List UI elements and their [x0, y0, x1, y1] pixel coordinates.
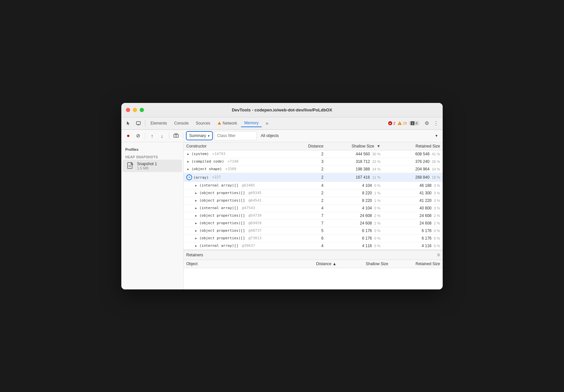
snapshot1-size: 1.5 MB [137, 166, 157, 170]
tab-network-label: Network [223, 121, 237, 126]
constructor-header[interactable]: Constructor [184, 142, 300, 150]
expand-button[interactable]: ▶ [194, 184, 198, 187]
retainers-menu-icon[interactable]: ≡ [437, 252, 440, 258]
expand-button[interactable]: ▶ [194, 236, 198, 240]
constructor-cell: ▶(internal array)[] @63485 [184, 182, 300, 189]
retained-size-cell: 24 608 2 % [383, 219, 443, 227]
expand-button[interactable]: ▶ [186, 160, 190, 164]
distance-cell: 2 [300, 173, 326, 182]
class-filter-input[interactable] [214, 131, 257, 140]
retained-size-cell: 268 840 18 % [383, 173, 443, 182]
retainers-table-header: Object Distance ▲ Shallow Size Retained … [184, 260, 443, 268]
shallow-size-cell: 8 220 1 % [326, 197, 383, 204]
sidebar-item-snapshot1[interactable]: Snapshot 1 1.5 MB [123, 160, 182, 172]
tab-elements[interactable]: Elements [147, 120, 170, 127]
table-row[interactable]: ▶(object properties)[] @54739724 608 2 %… [184, 212, 443, 219]
table-row[interactable]: ▶(system) ×147932444 560 30 %608 548 41 … [184, 150, 443, 158]
upload-button[interactable]: ↑ [148, 131, 156, 140]
expand-button[interactable]: ▶ [186, 167, 190, 171]
main-table: Constructor Distance Shallow Size ▼ Reta… [184, 142, 443, 250]
titlebar: DevTools - codepen.io/web-dot-dev/live/P… [121, 103, 443, 117]
table-row[interactable]: ▶(object properties)[] @4873756 176 0 %6… [184, 227, 443, 234]
distance-cell: 4 [300, 204, 326, 212]
snapshot-icon [127, 162, 134, 170]
svg-rect-1 [137, 125, 139, 125]
table-row[interactable]: ▶(object properties)[] @6454128 220 1 %4… [184, 197, 443, 204]
retainers-header: Retainers ≡ [184, 250, 443, 260]
expand-button[interactable]: ▶ [194, 244, 198, 248]
tab-network[interactable]: Network [214, 120, 240, 127]
close-button[interactable] [126, 108, 130, 112]
count-label: ×3389 [223, 167, 236, 171]
retainers-retained-header[interactable]: Retained Size [391, 260, 443, 268]
more-tabs-button[interactable]: » [262, 119, 272, 128]
distance-cell: 4 [300, 182, 326, 189]
table-row[interactable]: ▶(internal array)[] @6348544 104 0 %46 1… [184, 182, 443, 189]
expand-button[interactable]: ▶ [194, 191, 198, 195]
constructor-cell: ▾(array) ×227 [184, 173, 300, 182]
retainers-body [184, 268, 443, 289]
shallow-size-cell: 167 416 11 % [326, 173, 383, 182]
expand-button[interactable]: ▶ [194, 214, 198, 218]
cursor-tool-button[interactable] [124, 119, 133, 128]
tab-sources[interactable]: Sources [192, 120, 213, 127]
distance-cell: 4 [300, 242, 326, 249]
shallow-size-cell: 318 712 22 % [326, 158, 383, 165]
svg-text:i: i [412, 122, 413, 125]
summary-dropdown[interactable]: Summary ▾ [186, 131, 213, 140]
table-row[interactable]: ▶(object properties)[] @69459724 608 2 %… [184, 219, 443, 227]
retainers-title: Retainers [186, 253, 203, 257]
expand-button[interactable]: ▶ [186, 152, 190, 156]
table-row[interactable]: ▶(object properties)[] @7301366 176 0 %6… [184, 234, 443, 242]
at-label: @39637 [240, 244, 255, 248]
at-label: @47543 [240, 206, 255, 210]
shallow-size-cell: 444 560 30 % [326, 150, 383, 158]
minimize-button[interactable] [133, 108, 137, 112]
heap-snapshots-title: HEAP SNAPSHOTS [121, 153, 183, 160]
distance-header[interactable]: Distance [300, 142, 326, 150]
tab-memory[interactable]: Memory [241, 119, 262, 127]
retained-size-header[interactable]: Retained Size [383, 142, 443, 150]
svg-text:✕: ✕ [389, 122, 392, 125]
maximize-button[interactable] [140, 108, 144, 112]
retainers-table: Object Distance ▲ Shallow Size Retained … [184, 260, 443, 289]
record-button[interactable]: ● [124, 131, 132, 140]
constructor-cell: ▶(object properties)[] @64541 [184, 197, 300, 204]
table-row[interactable]: ▾(array) ×2272167 416 11 %268 840 18 % [184, 173, 443, 182]
shallow-size-cell: 24 608 2 % [326, 219, 383, 227]
table-row[interactable]: ▶(object shape) ×33892198 388 14 %204 96… [184, 165, 443, 173]
clear-button[interactable]: ⊘ [134, 131, 142, 140]
expand-button[interactable]: ▶ [194, 206, 198, 210]
retainers-distance-header[interactable]: Distance ▲ [300, 260, 339, 268]
retained-size-cell: 204 964 14 % [383, 165, 443, 173]
collect-button[interactable] [172, 131, 180, 140]
retainers-object-header[interactable]: Object [184, 260, 300, 268]
window-title: DevTools - codepen.io/web-dot-dev/live/P… [232, 108, 332, 112]
sidebar: Profiles HEAP SNAPSHOTS Snapshot 1 1.5 M… [121, 142, 184, 289]
constructor-cell: ▶(object properties)[] @49345 [184, 189, 300, 197]
distance-cell: 3 [300, 158, 326, 165]
all-objects-chevron-icon: ▾ [435, 133, 437, 138]
count-label: ×227 [210, 175, 221, 179]
expand-button[interactable]: ▾ [186, 174, 192, 180]
expand-button[interactable]: ▶ [194, 229, 198, 233]
tab-console[interactable]: Console [171, 120, 192, 127]
table-row[interactable]: ▶(compiled code) ×71403318 712 22 %376 2… [184, 158, 443, 165]
download-button[interactable]: ↓ [158, 131, 166, 140]
device-toolbar-button[interactable] [134, 119, 143, 128]
tabbar: Elements Console Sources Network Memory … [121, 117, 443, 130]
at-label: @69459 [246, 221, 261, 225]
shallow-size-header[interactable]: Shallow Size ▼ [326, 142, 383, 150]
at-label: @49345 [246, 191, 261, 195]
table-row[interactable]: ▶(internal array)[] @4754344 104 0 %40 8… [184, 204, 443, 212]
expand-button[interactable]: ▶ [194, 199, 198, 203]
settings-button[interactable]: ⚙ [422, 119, 431, 127]
table-row[interactable]: ▶(object properties)[] @4934528 220 1 %4… [184, 189, 443, 197]
expand-button[interactable]: ▶ [194, 221, 198, 225]
toolbar-separator-3 [183, 133, 183, 139]
more-options-button[interactable]: ⋮ [432, 119, 440, 127]
at-label: @64541 [246, 198, 261, 203]
all-objects-dropdown[interactable]: All objects ▾ [258, 131, 440, 140]
retainers-shallow-header[interactable]: Shallow Size [339, 260, 391, 268]
table-row[interactable]: ▶(internal array)[] @3963744 116 0 %4 11… [184, 242, 443, 249]
